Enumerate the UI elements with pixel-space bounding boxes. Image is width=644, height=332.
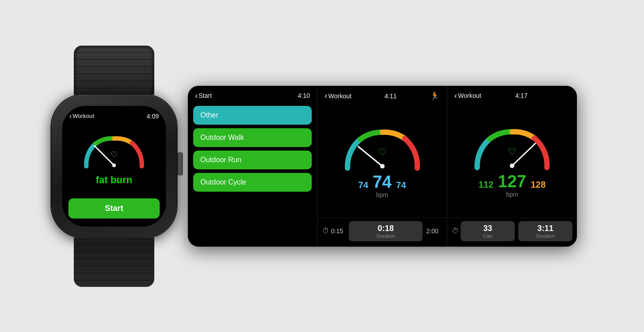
panel1-back-label: Start [199, 92, 212, 99]
workout-item-outdoor-run[interactable]: Outdoor Run [193, 151, 312, 169]
watch-header: Workout 4:09 [62, 106, 166, 122]
panel2-hr-display: ♡ 74 74 74 bpm [318, 105, 447, 217]
panel3-hr-left: 112 [479, 180, 493, 190]
panel3-cals-value: 33 [464, 224, 511, 233]
apple-watch: Workout 4:09 [31, 46, 197, 287]
panel3-back-label: Workout [458, 92, 481, 99]
watch-body: Workout 4:09 [42, 46, 186, 287]
watch-zone-label: fat burn [96, 174, 132, 186]
panel3-hr-center: 127 [498, 173, 526, 190]
workout-item-outdoor-walk[interactable]: Outdoor Walk [193, 128, 312, 147]
wide-panel: Start 4:10 Other Outdoor Walk Outdoor Ru… [188, 86, 577, 247]
svg-text:♡: ♡ [378, 147, 387, 158]
timer-icon-2: ⏱ [322, 227, 329, 235]
watch-back-label: Workout [72, 113, 94, 119]
panel3-cals-box: 33 Cals [461, 221, 515, 241]
watch-case: Workout 4:09 [51, 95, 177, 238]
watch-crown [178, 152, 183, 175]
panel2-header: Workout 4:11 🏃 [318, 86, 447, 105]
panel3-footer: ⏱ 33 Cals 3:11 Duration [447, 217, 577, 247]
panel2-extra-time: 2:00 [426, 227, 442, 235]
panel1-header: Start 4:10 [188, 86, 317, 104]
panel-section-hr-blue: Workout 4:11 🏃 ♡ [318, 86, 447, 247]
workout-list: Other Outdoor Walk Outdoor Run Outdoor C… [188, 104, 317, 247]
panel3-hr-numbers: 112 127 128 [479, 173, 546, 190]
panel-section-hr-green: Workout 4:17 ⏱ ♡ 112 [447, 86, 577, 247]
svg-text:♡: ♡ [508, 146, 517, 157]
watch-band-bottom [74, 238, 154, 287]
panel2-gauge-svg: ♡ [335, 123, 429, 177]
panel-section-list: Start 4:10 Other Outdoor Walk Outdoor Ru… [188, 86, 318, 247]
panel2-small-time: 0:15 [331, 227, 347, 235]
panel2-footer: ⏱ 0:15 0:18 Duration 2:00 [318, 217, 447, 247]
panel3-hr-right: 128 [531, 180, 546, 190]
workout-item-other[interactable]: Other [193, 106, 312, 125]
panel3-duration-value: 3:11 [522, 224, 569, 233]
svg-point-5 [380, 164, 385, 168]
panel2-hr-right: 74 [396, 180, 406, 190]
panel2-time: 4:11 [385, 92, 397, 100]
watch-gauge-area: ♡ fat burn [62, 122, 166, 196]
panel2-back[interactable]: Workout [325, 91, 352, 101]
watch-time: 4:09 [147, 113, 159, 120]
stopwatch-icon: ⏱ [562, 91, 570, 101]
panel2-hr-numbers: 74 74 74 [358, 173, 406, 190]
panel3-gauge-svg: ♡ [465, 123, 559, 177]
watch-gauge-svg: ♡ [78, 131, 150, 172]
panel3-back[interactable]: Workout [454, 91, 481, 101]
panel3-time: 4:17 [515, 92, 527, 99]
panel3-hr-unit: bpm [506, 191, 518, 198]
panel2-main-label: Duration [352, 233, 419, 239]
running-icon: 🏃 [430, 91, 440, 101]
panel2-main-box: 0:18 Duration [349, 221, 423, 241]
workout-item-outdoor-cycle[interactable]: Outdoor Cycle [193, 173, 312, 192]
svg-point-8 [510, 164, 514, 168]
panel3-duration-label: Duration [522, 233, 569, 239]
panel2-hr-unit: bpm [376, 191, 388, 198]
svg-point-1 [112, 164, 116, 167]
panel2-hr-center: 74 [373, 173, 391, 190]
svg-text:♡: ♡ [110, 150, 118, 159]
panel3-hr-display: ♡ 112 127 128 bpm [447, 104, 577, 217]
app-scene: Workout 4:09 [31, 28, 613, 305]
watch-start-button[interactable]: Start [68, 198, 160, 219]
watch-band-top [74, 46, 154, 95]
panel2-hr-left: 74 [358, 180, 368, 190]
watch-screen: Workout 4:09 [62, 106, 166, 227]
panel3-duration-box: 3:11 Duration [518, 221, 572, 241]
panel2-main-value: 0:18 [352, 224, 419, 233]
panel1-time: 4:10 [298, 92, 310, 99]
panel3-header: Workout 4:17 ⏱ [447, 86, 577, 104]
panel2-back-label: Workout [328, 92, 352, 100]
panel1-back[interactable]: Start [195, 91, 212, 101]
watch-back-button[interactable]: Workout [69, 112, 94, 120]
panel3-cals-label: Cals [464, 233, 511, 239]
timer-icon-3: ⏱ [452, 227, 459, 235]
